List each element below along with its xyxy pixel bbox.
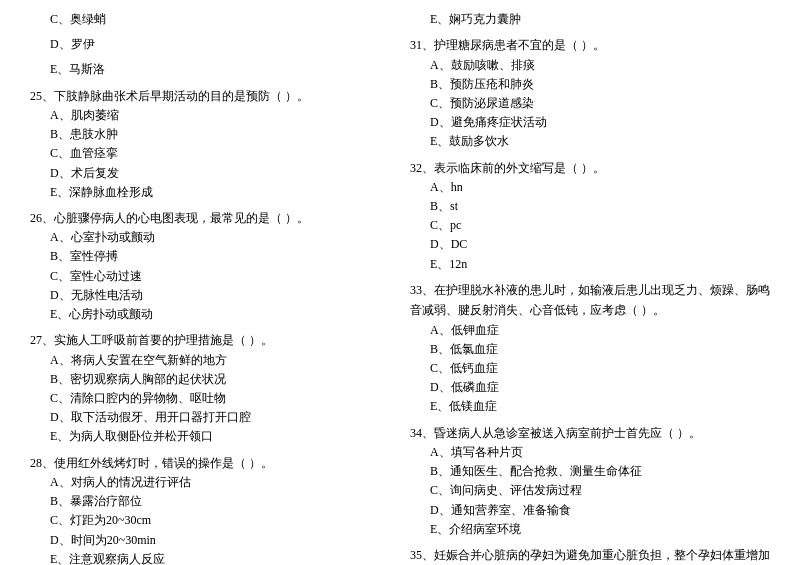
question-32-title: 32、表示临床前的外文缩写是（ ）。: [410, 158, 770, 178]
option-e-masilo: E、马斯洛: [30, 60, 390, 79]
question-27-title: 27、实施人工呼吸前首要的护理措施是（ ）。: [30, 330, 390, 350]
question-28-option-e: E、注意观察病人反应: [30, 550, 390, 565]
question-32-option-e: E、12n: [410, 255, 770, 274]
question-26-option-d: D、无脉性电活动: [30, 286, 390, 305]
option-text: E、马斯洛: [30, 60, 390, 79]
question-33-option-e: E、低镁血症: [410, 397, 770, 416]
question-31-option-d: D、避免痛疼症状活动: [410, 113, 770, 132]
question-26-option-b: B、室性停搏: [30, 247, 390, 266]
question-31: 31、护理糖尿病患者不宜的是（ ）。 A、鼓励咳嗽、排痰 B、预防压疮和肺炎 C…: [410, 35, 770, 151]
question-33-option-b: B、低氯血症: [410, 340, 770, 359]
two-column-layout: C、奥绿蛸 D、罗伊 E、马斯洛 25、下肢静脉曲张术后早期活动的目的是预防（ …: [30, 10, 770, 565]
question-34-option-e: E、介绍病室环境: [410, 520, 770, 539]
question-34-option-b: B、通知医生、配合抢救、测量生命体征: [410, 462, 770, 481]
question-32-option-d: D、DC: [410, 235, 770, 254]
question-34-option-d: D、通知营养室、准备输食: [410, 501, 770, 520]
question-26: 26、心脏骤停病人的心电图表现，最常见的是（ ）。 A、心室扑动或颤动 B、室性…: [30, 208, 390, 324]
question-35-title: 35、妊娠合并心脏病的孕妇为避免加重心脏负担，整个孕妇体重增加不应超过（ ）。: [410, 545, 770, 565]
question-25-option-d: D、术后复发: [30, 164, 390, 183]
question-33-option-c: C、低钙血症: [410, 359, 770, 378]
question-34-option-a: A、填写各种片页: [410, 443, 770, 462]
question-32-option-c: C、pc: [410, 216, 770, 235]
question-26-option-e: E、心房扑动或颤动: [30, 305, 390, 324]
question-33-title: 33、在护理脱水补液的患儿时，如输液后患儿出现乏力、烦躁、肠鸣音减弱、腱反射消失…: [410, 280, 770, 321]
question-28-option-d: D、时间为20~30min: [30, 531, 390, 550]
option-text: D、罗伊: [30, 35, 390, 54]
question-26-option-c: C、室性心动过速: [30, 267, 390, 286]
question-33: 33、在护理脱水补液的患儿时，如输液后患儿出现乏力、烦躁、肠鸣音减弱、腱反射消失…: [410, 280, 770, 417]
option-text: C、奥绿蛸: [30, 10, 390, 29]
question-28-title: 28、使用红外线烤灯时，错误的操作是（ ）。: [30, 453, 390, 473]
page-container: C、奥绿蛸 D、罗伊 E、马斯洛 25、下肢静脉曲张术后早期活动的目的是预防（ …: [30, 10, 770, 565]
right-column: E、娴巧克力囊肿 31、护理糖尿病患者不宜的是（ ）。 A、鼓励咳嗽、排痰 B、…: [400, 10, 770, 565]
option-e-chocolate: E、娴巧克力囊肿: [410, 10, 770, 29]
question-28-option-a: A、对病人的情况进行评估: [30, 473, 390, 492]
question-27-option-b: B、密切观察病人胸部的起伏状况: [30, 370, 390, 389]
question-27: 27、实施人工呼吸前首要的护理措施是（ ）。 A、将病人安置在空气新鲜的地方 B…: [30, 330, 390, 446]
left-column: C、奥绿蛸 D、罗伊 E、马斯洛 25、下肢静脉曲张术后早期活动的目的是预防（ …: [30, 10, 400, 565]
question-34-option-c: C、询问病史、评估发病过程: [410, 481, 770, 500]
question-31-option-b: B、预防压疮和肺炎: [410, 75, 770, 94]
question-28: 28、使用红外线烤灯时，错误的操作是（ ）。 A、对病人的情况进行评估 B、暴露…: [30, 453, 390, 565]
question-26-option-a: A、心室扑动或颤动: [30, 228, 390, 247]
question-33-option-a: A、低钾血症: [410, 321, 770, 340]
question-25-option-a: A、肌肉萎缩: [30, 106, 390, 125]
question-27-option-c: C、清除口腔内的异物物、呕吐物: [30, 389, 390, 408]
question-25-option-c: C、血管痉挛: [30, 144, 390, 163]
question-27-option-a: A、将病人安置在空气新鲜的地方: [30, 351, 390, 370]
question-31-title: 31、护理糖尿病患者不宜的是（ ）。: [410, 35, 770, 55]
question-31-option-c: C、预防泌尿道感染: [410, 94, 770, 113]
question-25-title: 25、下肢静脉曲张术后早期活动的目的是预防（ ）。: [30, 86, 390, 106]
question-33-option-d: D、低磷血症: [410, 378, 770, 397]
question-27-option-e: E、为病人取侧卧位并松开领口: [30, 427, 390, 446]
question-26-title: 26、心脏骤停病人的心电图表现，最常见的是（ ）。: [30, 208, 390, 228]
option-d-luoyi: D、罗伊: [30, 35, 390, 54]
question-25-option-e: E、深静脉血栓形成: [30, 183, 390, 202]
question-35: 35、妊娠合并心脏病的孕妇为避免加重心脏负担，整个孕妇体重增加不应超过（ ）。 …: [410, 545, 770, 565]
question-27-option-d: D、取下活动假牙、用开口器打开口腔: [30, 408, 390, 427]
question-34-title: 34、昏迷病人从急诊室被送入病室前护士首先应（ ）。: [410, 423, 770, 443]
question-25-option-b: B、患肢水肿: [30, 125, 390, 144]
option-c-aolvshao: C、奥绿蛸: [30, 10, 390, 29]
question-31-option-e: E、鼓励多饮水: [410, 132, 770, 151]
question-32-option-b: B、st: [410, 197, 770, 216]
option-text: E、娴巧克力囊肿: [410, 10, 770, 29]
question-31-option-a: A、鼓励咳嗽、排痰: [410, 56, 770, 75]
question-32-option-a: A、hn: [410, 178, 770, 197]
question-28-option-b: B、暴露治疗部位: [30, 492, 390, 511]
question-25: 25、下肢静脉曲张术后早期活动的目的是预防（ ）。 A、肌肉萎缩 B、患肢水肿 …: [30, 86, 390, 202]
question-32: 32、表示临床前的外文缩写是（ ）。 A、hn B、st C、pc D、DC E…: [410, 158, 770, 274]
question-28-option-c: C、灯距为20~30cm: [30, 511, 390, 530]
question-34: 34、昏迷病人从急诊室被送入病室前护士首先应（ ）。 A、填写各种片页 B、通知…: [410, 423, 770, 539]
